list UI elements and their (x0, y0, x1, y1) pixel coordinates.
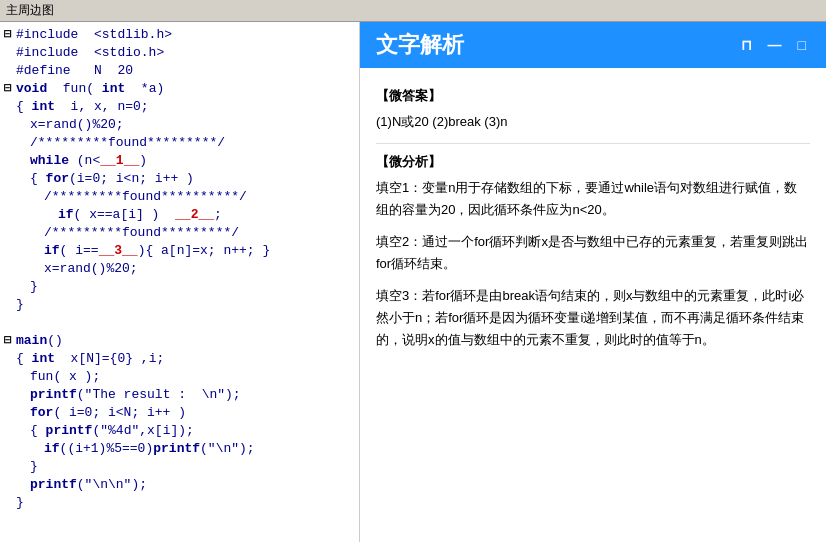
code-line: } (0, 494, 359, 512)
analysis-para-2: 填空3：若for循环是由break语句结束的，则x与数组中的元素重复，此时i必然… (376, 285, 810, 351)
code-panel: ⊟#include <stdlib.h> #include <stdio.h> … (0, 22, 360, 542)
code-line: { int i, x, n=0; (0, 98, 359, 116)
code-line: ⊟void fun( int *a) (0, 80, 359, 98)
analysis-title: 【微分析】 (376, 152, 810, 173)
collapse-sign-empty (4, 458, 14, 476)
collapse-sign-empty (4, 44, 14, 62)
collapse-sign-empty (4, 188, 14, 206)
code-line: } (0, 296, 359, 314)
main-container: ⊟#include <stdlib.h> #include <stdio.h> … (0, 22, 826, 542)
collapse-sign-empty (4, 260, 14, 278)
explain-header: 文字解析 ⊓ — □ (360, 22, 826, 68)
answer-content: (1)N或20 (2)break (3)n (376, 111, 810, 133)
code-line: } (0, 278, 359, 296)
code-line: for( i=0; i<N; i++ ) (0, 404, 359, 422)
collapse-sign-empty (4, 350, 14, 368)
collapse-sign[interactable]: ⊟ (4, 80, 14, 98)
code-line: #define N 20 (0, 62, 359, 80)
explain-header-controls: ⊓ — □ (737, 37, 810, 53)
explain-title: 文字解析 (376, 30, 464, 60)
collapse-sign-empty (4, 62, 14, 80)
title-bar-label: 主周边图 (6, 2, 54, 19)
collapse-sign-empty (4, 494, 14, 512)
analysis-para-1: 填空2：通过一个for循环判断x是否与数组中已存的元素重复，若重复则跳出for循… (376, 231, 810, 275)
analysis-para-0: 填空1：变量n用于存储数组的下标，要通过while语句对数组进行赋值，数组的容量… (376, 177, 810, 221)
collapse-sign-empty (4, 278, 14, 296)
code-line: while (n<__1__) (0, 152, 359, 170)
collapse-sign-empty (4, 386, 14, 404)
minimize-icon[interactable]: — (764, 37, 786, 53)
code-line: /*********found**********/ (0, 188, 359, 206)
code-line: } (0, 458, 359, 476)
collapse-sign-empty (4, 98, 14, 116)
code-line: { for(i=0; i<n; i++ ) (0, 170, 359, 188)
code-line: fun( x ); (0, 368, 359, 386)
code-line: x=rand()%20; (0, 116, 359, 134)
code-line: if((i+1)%5==0)printf("\n"); (0, 440, 359, 458)
code-line: /*********found*********/ (0, 224, 359, 242)
collapse-sign[interactable]: ⊟ (4, 26, 14, 44)
maximize-icon[interactable]: □ (794, 37, 810, 53)
divider (376, 143, 810, 144)
collapse-sign-empty (4, 134, 14, 152)
collapse-sign-empty (4, 440, 14, 458)
answer-title: 【微答案】 (376, 86, 810, 107)
code-line: /*********found*********/ (0, 134, 359, 152)
title-bar: 主周边图 (0, 0, 826, 22)
code-line: { int x[N]={0} ,i; (0, 350, 359, 368)
pin-icon[interactable]: ⊓ (737, 37, 756, 53)
code-line: #include <stdio.h> (0, 44, 359, 62)
collapse-sign[interactable]: ⊟ (4, 332, 14, 350)
code-line: { printf("%4d",x[i]); (0, 422, 359, 440)
code-line (0, 314, 359, 332)
collapse-sign-empty (4, 476, 14, 494)
code-line: if( x==a[i] ) __2__; (0, 206, 359, 224)
collapse-sign-empty (4, 296, 14, 314)
code-line: printf("\n\n"); (0, 476, 359, 494)
code-line: ⊟main() (0, 332, 359, 350)
collapse-sign-empty (4, 368, 14, 386)
collapse-sign-empty (4, 314, 14, 332)
explain-body: 【微答案】 (1)N或20 (2)break (3)n 【微分析】 填空1：变量… (360, 68, 826, 371)
collapse-sign-empty (4, 152, 14, 170)
collapse-sign-empty (4, 422, 14, 440)
explain-panel: 文字解析 ⊓ — □ 【微答案】 (1)N或20 (2)break (3)n 【… (360, 22, 826, 542)
collapse-sign-empty (4, 116, 14, 134)
collapse-sign-empty (4, 224, 14, 242)
collapse-sign-empty (4, 404, 14, 422)
collapse-sign-empty (4, 170, 14, 188)
code-line: x=rand()%20; (0, 260, 359, 278)
code-line: ⊟#include <stdlib.h> (0, 26, 359, 44)
collapse-sign-empty (4, 206, 14, 224)
code-line: printf("The result : \n"); (0, 386, 359, 404)
code-line: if( i==__3__){ a[n]=x; n++; } (0, 242, 359, 260)
collapse-sign-empty (4, 242, 14, 260)
analysis-paragraphs: 填空1：变量n用于存储数组的下标，要通过while语句对数组进行赋值，数组的容量… (376, 177, 810, 352)
